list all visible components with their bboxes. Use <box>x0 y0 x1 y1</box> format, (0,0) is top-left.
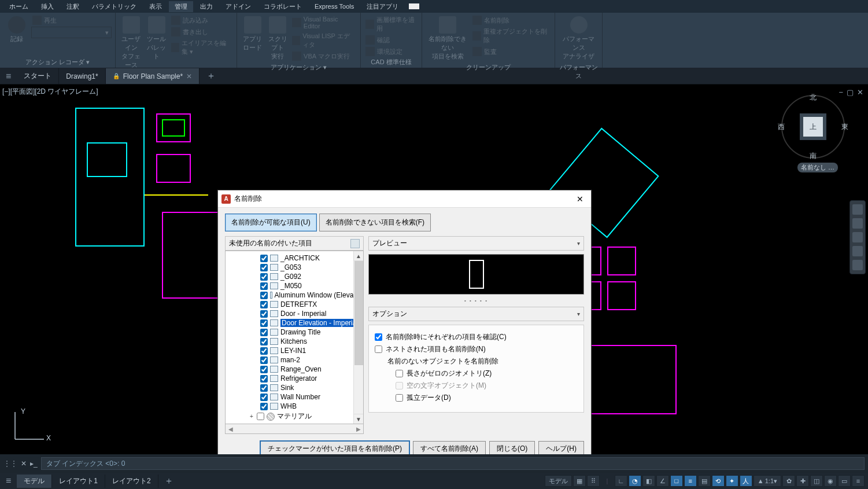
viewcube-named-view[interactable]: 名前なし … <box>797 163 838 172</box>
purge-checked-button[interactable]: チェックマークが付いた項目を名前削除(P) <box>260 441 409 454</box>
tree-item[interactable]: WHB <box>227 402 362 411</box>
opt-zerolen[interactable]: 長さがゼロのジオメトリ(Z) <box>387 367 578 380</box>
menu-output[interactable]: 出力 <box>194 1 219 12</box>
tab-floor-plan[interactable]: 🔒 Floor Plan Sample* ✕ <box>106 68 200 84</box>
ortho-toggle-icon[interactable]: ∟ <box>615 475 627 487</box>
tree-item-checkbox[interactable] <box>260 282 268 290</box>
tree-item[interactable]: Aluminum Window (Elevatio <box>227 291 362 300</box>
preview-resize-grip[interactable]: • • • • • <box>368 298 584 303</box>
layout-1[interactable]: レイアウト1 <box>52 475 105 488</box>
help-button[interactable]: ヘルプ(H) <box>538 441 584 454</box>
tree-item[interactable]: Wall Number <box>227 392 362 402</box>
tree-expand-icon[interactable]: + <box>249 413 254 420</box>
selection-cycling-icon[interactable]: ⟲ <box>712 475 725 487</box>
menu-view[interactable]: 表示 <box>143 1 168 12</box>
tree-item-checkbox[interactable] <box>260 329 268 336</box>
drawing-area[interactable]: [−][平面図][2D ワイヤフレーム] − ▢ ✕ 北 南 東 西 上 名前な… <box>0 84 868 454</box>
options-collapse-icon[interactable]: ▾ <box>577 311 580 317</box>
opt-orphan[interactable]: 孤立データ(D) <box>387 392 578 404</box>
tree-item[interactable]: DETREFTX <box>227 300 362 309</box>
polar-toggle-icon[interactable]: ◔ <box>629 475 641 487</box>
layer-std-button[interactable]: 画層標準を適用 <box>364 15 418 34</box>
scroll-up-icon[interactable]: ▲ <box>354 251 363 261</box>
vlisp-button[interactable]: Visual LISP エディタ <box>291 31 357 50</box>
audit-button[interactable]: 監査 <box>471 46 551 57</box>
viewport-max-icon[interactable]: ▢ <box>847 88 854 97</box>
menu-annotate[interactable]: 注釈 <box>61 1 85 12</box>
tree-item[interactable]: Drawing Title <box>227 328 362 337</box>
tree-item[interactable]: _G053 <box>227 263 362 272</box>
overkill-button[interactable]: 重複オブジェクトを削除 <box>471 27 551 45</box>
new-tab-button[interactable]: ＋ <box>200 70 223 82</box>
palette-button[interactable]: ツール パレット <box>145 15 169 62</box>
tree-item-checkbox[interactable] <box>260 356 268 364</box>
layout-menu-button[interactable]: ≡ <box>0 476 17 486</box>
tree-item[interactable]: _G092 <box>227 272 362 281</box>
opt-nested[interactable]: ネストされた項目も名前削除(N) <box>375 343 578 355</box>
cmdline-grip-icon[interactable]: ⋮⋮ <box>3 459 17 468</box>
tree-item[interactable]: マルチライン スタイル <box>227 422 362 424</box>
tree-item[interactable]: Door Elevation - Imperial <box>227 318 362 328</box>
tree-item-checkbox[interactable] <box>257 424 264 424</box>
tab-drawing1[interactable]: Drawing1* <box>59 68 105 84</box>
opt-nested-checkbox[interactable] <box>375 345 382 353</box>
viewcube-south[interactable]: 南 <box>810 151 817 161</box>
showmotion-icon[interactable] <box>852 260 863 270</box>
purge-all-button[interactable]: すべて名前削除(A) <box>413 441 486 454</box>
opt-orphan-checkbox[interactable] <box>396 394 403 402</box>
menu-home[interactable]: ホーム <box>3 1 34 12</box>
tree-item-checkbox[interactable] <box>260 347 268 355</box>
tab-close-button[interactable]: ✕ <box>186 72 192 80</box>
hscroll-left-icon[interactable]: ◀ <box>226 426 235 432</box>
viewport-label[interactable]: [−][平面図][2D ワイヤフレーム] <box>2 87 98 97</box>
preview-collapse-icon[interactable]: ▾ <box>577 240 580 247</box>
config-button[interactable]: 環境設定 <box>364 46 418 57</box>
cmdline-close-icon[interactable]: ✕ <box>21 459 27 468</box>
vbe-button[interactable]: Visual Basic Editor <box>291 15 357 30</box>
tree-item[interactable]: Sink <box>227 383 362 392</box>
layout-2[interactable]: レイアウト2 <box>105 475 158 488</box>
isolate-objects-icon[interactable]: ◫ <box>810 475 823 487</box>
tree-item-checkbox[interactable] <box>260 319 268 327</box>
opt-confirm-checkbox[interactable] <box>375 333 382 341</box>
hardware-accel-icon[interactable]: ◉ <box>824 475 837 487</box>
scroll-down-icon[interactable]: ▼ <box>354 414 363 424</box>
menu-collaborate[interactable]: コラボレート <box>258 1 308 12</box>
tree-item[interactable]: _ARCHTICK <box>227 253 362 263</box>
viewcube-north[interactable]: 北 <box>810 93 817 102</box>
tab-start[interactable]: スタート <box>17 68 59 84</box>
export-button[interactable]: 書き出し <box>170 27 233 37</box>
annotation-monitor-icon[interactable]: ✚ <box>796 475 809 487</box>
otrack-toggle-icon[interactable]: ∠ <box>656 475 669 487</box>
3dosnap-toggle-icon[interactable]: ✦ <box>726 475 738 487</box>
recorder-dropdown[interactable]: ▾ <box>31 27 112 38</box>
tree-item[interactable]: Range_Oven <box>227 365 362 374</box>
tree-item-checkbox[interactable] <box>260 366 268 373</box>
opt-zerolen-checkbox[interactable] <box>396 370 403 377</box>
command-input[interactable] <box>41 457 865 470</box>
hscroll-right-icon[interactable]: ▶ <box>353 426 363 432</box>
script-button[interactable]: スクリプト 実行 <box>266 15 290 62</box>
menu-insert[interactable]: 挿入 <box>35 1 60 12</box>
perf-analyzer-button[interactable]: パフォーマンス アナライザ <box>559 15 599 62</box>
tree-item-checkbox[interactable] <box>260 403 268 410</box>
layout-add-button[interactable]: ＋ <box>158 475 179 487</box>
tree-item-checkbox[interactable] <box>257 413 264 420</box>
ribbon-toggle-icon[interactable] <box>409 3 419 9</box>
nav-wheel-icon[interactable] <box>852 204 863 215</box>
opt-confirm[interactable]: 名前削除時にそれぞれの項目を確認(C) <box>375 331 578 343</box>
workspace-switch-icon[interactable]: ✿ <box>782 475 795 487</box>
customize-status-icon[interactable]: ≡ <box>852 475 865 487</box>
tree-item-checkbox[interactable] <box>260 292 268 299</box>
purge-button[interactable]: 名前削除 <box>471 15 551 25</box>
tree-item-checkbox[interactable] <box>260 394 268 401</box>
tree-item[interactable]: Kitchens <box>227 337 362 346</box>
tree-item[interactable]: man-2 <box>227 355 362 365</box>
tree-item[interactable]: Refrigerator <box>227 374 362 383</box>
tree-item-checkbox[interactable] <box>260 273 268 281</box>
menu-express-tools[interactable]: Express Tools <box>309 2 360 11</box>
tree-hscroll[interactable]: ◀ ▶ <box>225 424 364 434</box>
tree-item-checkbox[interactable] <box>260 255 268 262</box>
check-button[interactable]: 確認 <box>364 35 418 45</box>
zoom-icon[interactable] <box>852 232 863 242</box>
